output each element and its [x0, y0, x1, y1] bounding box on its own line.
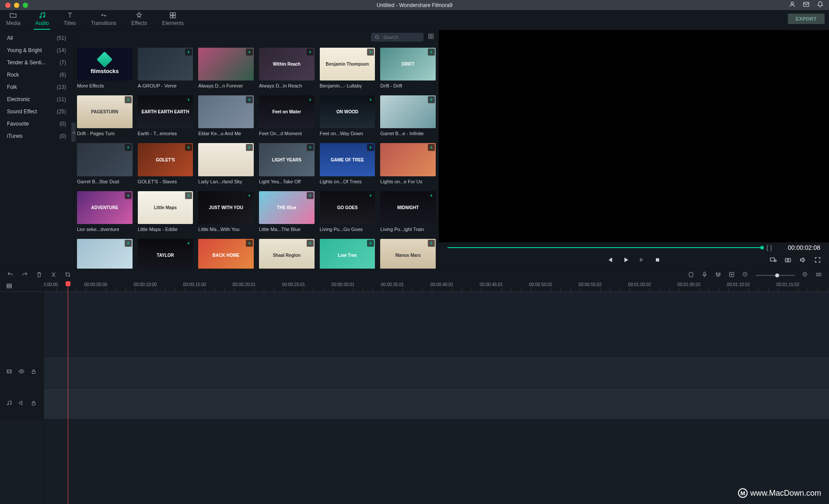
asset-card[interactable]: ADVENTURELior seke...dventure: [77, 191, 133, 232]
asset-card[interactable]: Manos MarsManos M...Tunning: [380, 239, 436, 269]
timeline-tracks[interactable]: 00:00:00:0000:00:05:0000:00:10:0000:00:1…: [44, 281, 829, 504]
asset-card[interactable]: Low TreeLow Tree...he Mood: [320, 239, 375, 269]
asset-thumbnail[interactable]: [380, 143, 436, 176]
grid-view-icon[interactable]: [428, 33, 434, 41]
download-icon[interactable]: [367, 144, 374, 151]
asset-thumbnail[interactable]: EARTH EARTH EARTH: [138, 95, 193, 128]
asset-thumbnail[interactable]: Benjamin Thompson: [320, 48, 375, 80]
video-track-2[interactable]: [44, 357, 829, 388]
audio-track-header[interactable]: [0, 388, 43, 420]
next-frame-button[interactable]: [638, 256, 645, 265]
crop-icon[interactable]: [65, 271, 71, 280]
download-icon[interactable]: [246, 96, 253, 103]
asset-card[interactable]: Always D...n Forever: [198, 48, 254, 88]
video-track-header[interactable]: [0, 292, 43, 357]
notifications-icon[interactable]: [817, 1, 824, 10]
asset-thumbnail[interactable]: [198, 143, 254, 176]
asset-card[interactable]: GAME OF TREELights on...Of Trees: [320, 143, 375, 184]
asset-card[interactable]: LIGHT YEARSLight Yea...Take Off: [259, 143, 315, 184]
download-icon[interactable]: [307, 96, 314, 103]
video-track-2-header[interactable]: [0, 357, 43, 388]
mixer-icon[interactable]: [715, 271, 721, 280]
download-icon[interactable]: [307, 49, 314, 56]
sidebar-collapse-button[interactable]: ◀: [71, 122, 76, 142]
asset-card[interactable]: Lady Lan...rland Sky: [198, 143, 254, 184]
asset-card[interactable]: A-GROUP - Verve: [138, 48, 193, 88]
tab-elements[interactable]: Elements: [160, 10, 185, 30]
prev-frame-button[interactable]: [607, 256, 614, 265]
asset-thumbnail[interactable]: Within Reach: [259, 48, 315, 80]
download-icon[interactable]: [125, 240, 132, 247]
asset-card[interactable]: PAGESTURNDrift - Pages Turn: [77, 95, 133, 136]
download-icon[interactable]: [185, 144, 192, 151]
sidebar-item-7[interactable]: Favourite(0): [0, 118, 74, 130]
record-screen-icon[interactable]: [770, 256, 777, 265]
timeline-ruler[interactable]: 00:00:00:0000:00:05:0000:00:10:0000:00:1…: [44, 281, 829, 292]
asset-card[interactable]: Lights on...e For Us: [380, 143, 436, 184]
download-icon[interactable]: [367, 96, 374, 103]
sidebar-item-3[interactable]: Rock(6): [0, 69, 74, 81]
manage-tracks-icon[interactable]: [6, 283, 12, 290]
audio-track[interactable]: [44, 388, 829, 420]
asset-thumbnail[interactable]: MIDNIGHT: [380, 191, 436, 224]
mute-icon[interactable]: [18, 400, 24, 408]
download-icon[interactable]: [246, 144, 253, 151]
delete-icon[interactable]: [36, 271, 42, 280]
preview-viewer[interactable]: [439, 30, 829, 242]
sidebar-item-0[interactable]: All(51): [0, 32, 74, 44]
marker-icon[interactable]: [688, 271, 694, 280]
asset-card[interactable]: GOLET'SGOLET'S - Slaves: [138, 143, 193, 184]
asset-card[interactable]: Living Pu...man Run: [77, 239, 133, 269]
tab-transitions[interactable]: Transitions: [89, 10, 118, 30]
asset-thumbnail[interactable]: ON WOOD: [320, 95, 375, 128]
progress-slider[interactable]: [448, 247, 762, 248]
download-icon[interactable]: [185, 49, 192, 56]
asset-thumbnail[interactable]: Manos Mars: [380, 239, 436, 269]
voiceover-icon[interactable]: [701, 271, 708, 280]
asset-thumbnail[interactable]: GO GOES: [320, 191, 375, 224]
split-icon[interactable]: [50, 271, 57, 280]
asset-thumbnail[interactable]: [198, 48, 254, 80]
messages-icon[interactable]: [803, 1, 810, 10]
asset-card[interactable]: JUST WITH YOULittle Ma...With You: [198, 191, 254, 232]
visibility-icon[interactable]: [18, 368, 24, 376]
tab-titles[interactable]: Titles: [62, 10, 77, 30]
snapshot-icon[interactable]: [784, 256, 791, 265]
asset-card[interactable]: Shaal RegionLow Tree...al Region: [259, 239, 315, 269]
download-icon[interactable]: [428, 240, 435, 247]
sidebar-item-2[interactable]: Tender & Senti...(7): [0, 56, 74, 69]
zoom-in-icon[interactable]: [802, 271, 808, 280]
lock-icon[interactable]: [31, 400, 37, 408]
download-icon[interactable]: [428, 96, 435, 103]
asset-card[interactable]: DRIFTDrift - Drift: [380, 48, 436, 88]
download-icon[interactable]: [246, 49, 253, 56]
sidebar-item-5[interactable]: Electronic(11): [0, 93, 74, 105]
download-icon[interactable]: [246, 240, 253, 247]
sidebar-item-6[interactable]: Sound Effect(25): [0, 105, 74, 118]
download-icon[interactable]: [367, 240, 374, 247]
asset-card[interactable]: Benjamin ThompsonBenjamin...- Lullaby: [320, 48, 375, 88]
asset-card[interactable]: Within ReachAlways D...in Reach: [259, 48, 315, 88]
fullscreen-icon[interactable]: [814, 256, 821, 265]
asset-thumbnail[interactable]: [77, 143, 133, 176]
asset-card[interactable]: Feet on WaterFeet On...d Moment: [259, 95, 315, 136]
download-icon[interactable]: [125, 96, 132, 103]
asset-card[interactable]: Eldar Ke...u And Me: [198, 95, 254, 136]
asset-thumbnail[interactable]: Low Tree: [320, 239, 375, 269]
stop-button[interactable]: [654, 256, 661, 265]
search-box[interactable]: [371, 33, 423, 42]
asset-thumbnail[interactable]: Feet on Water: [259, 95, 315, 128]
redo-icon[interactable]: [21, 271, 28, 280]
download-icon[interactable]: [307, 144, 314, 151]
undo-icon[interactable]: [7, 271, 14, 280]
download-icon[interactable]: [185, 96, 192, 103]
download-icon[interactable]: [428, 144, 435, 151]
download-icon[interactable]: [246, 192, 253, 199]
lock-icon[interactable]: [31, 368, 37, 376]
download-icon[interactable]: [307, 192, 314, 199]
download-icon[interactable]: [367, 192, 374, 199]
zoom-out-icon[interactable]: [742, 271, 749, 280]
account-icon[interactable]: [789, 1, 796, 10]
zoom-fit-icon[interactable]: [815, 271, 822, 280]
sidebar-item-4[interactable]: Folk(13): [0, 81, 74, 93]
